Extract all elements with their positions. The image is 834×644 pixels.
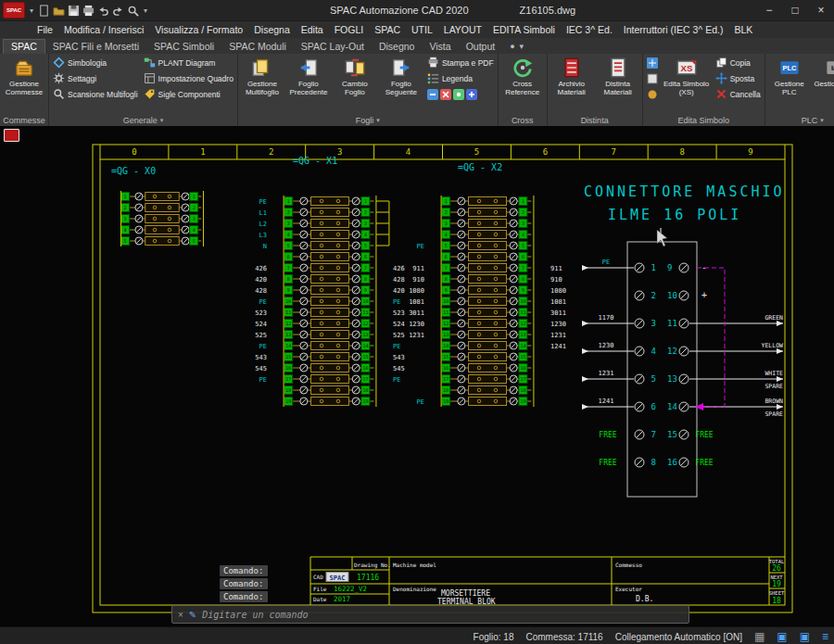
drawing-file-icon[interactable] xyxy=(4,129,19,142)
menu-file[interactable]: File xyxy=(32,24,58,35)
edita-mini-button-2[interactable] xyxy=(647,73,658,84)
settaggi-button[interactable]: Settaggi xyxy=(51,70,140,86)
close-button[interactable]: × xyxy=(808,0,834,20)
group-label-distinta[interactable]: Distinta xyxy=(550,114,640,126)
commesse-folder-icon xyxy=(14,57,34,78)
svg-text:N: N xyxy=(263,243,267,250)
mini-format-button-3[interactable] xyxy=(453,89,464,100)
cross-reference-button[interactable]: Cross Reference xyxy=(500,55,545,96)
distinta-materiali-button[interactable]: Distinta Materiali xyxy=(596,55,640,96)
scansione-multifogli-button[interactable]: Scansione Multifogli xyxy=(51,86,140,102)
svg-text:PLC: PLC xyxy=(782,64,797,72)
sigle-componenti-button[interactable]: Sigle Componenti xyxy=(142,86,235,102)
drawing-canvas[interactable]: 0123456789=QG - X01122334455=QG - X111PE… xyxy=(0,126,834,626)
stampa-pdf-button[interactable]: Stampa e PDF xyxy=(425,55,496,70)
svg-text:SPARE: SPARE xyxy=(764,410,783,418)
print-icon[interactable] xyxy=(82,5,95,17)
svg-text:18: 18 xyxy=(285,387,291,393)
pencil-icon[interactable]: ✎ xyxy=(189,610,196,620)
menu-interruttori[interactable]: Interruttori (IEC 3^ Ed.) xyxy=(618,24,729,35)
svg-text:18: 18 xyxy=(443,387,449,393)
tab-spac-simboli[interactable]: SPAC Simboli xyxy=(146,40,221,54)
group-label-generale[interactable]: Generale▾ xyxy=(51,114,235,126)
cambio-foglio-button[interactable]: Cambio Foglio xyxy=(333,55,377,96)
tab-disegno[interactable]: Disegno xyxy=(372,40,423,54)
foglio-precedente-button[interactable]: Foglio Precedente xyxy=(286,55,331,96)
new-file-icon[interactable] xyxy=(38,5,50,17)
menu-modifica-inserisci[interactable]: Modifica / Inserisci xyxy=(58,24,149,35)
gestione-bit-button[interactable]: I/O Gestione BIT xyxy=(814,55,834,88)
layout-icon-1[interactable]: ▣ xyxy=(777,630,787,643)
tab-vista[interactable]: Vista xyxy=(422,40,458,54)
svg-text:7: 7 xyxy=(522,265,524,271)
command-input[interactable]: Digitare un comando xyxy=(202,610,308,620)
ribbon-collapse-icon[interactable]: ▾ xyxy=(520,42,524,51)
svg-text:3: 3 xyxy=(287,221,290,226)
sposta-button[interactable]: Sposta xyxy=(714,70,763,86)
group-label-plc[interactable]: PLC▾ xyxy=(767,114,834,126)
status-collegamento[interactable]: Collegamento Automatico [ON] xyxy=(615,632,742,642)
open-folder-icon[interactable] xyxy=(53,5,65,17)
cad-drawing[interactable]: 0123456789=QG - X01122334455=QG - X111PE… xyxy=(0,126,834,626)
tab-spac-moduli[interactable]: SPAC Moduli xyxy=(221,40,294,54)
copia-button[interactable]: Copia xyxy=(714,55,763,70)
menu-spac[interactable]: SPAC xyxy=(369,24,406,35)
chevron-down-icon[interactable]: ▾ xyxy=(28,6,35,15)
group-label-edita-simbolo[interactable]: Edita Simbolo xyxy=(645,114,763,126)
minimize-button[interactable]: − xyxy=(756,0,782,20)
application-window: SPAC ▾ ▾ SPAC Automazione CAD 2020 Z1610… xyxy=(0,0,834,644)
simbologia-button[interactable]: Simbologia xyxy=(51,55,140,70)
edita-simbolo-xs-button[interactable]: XS Edita Simbolo (XS) xyxy=(662,55,712,96)
close-icon[interactable]: × xyxy=(178,610,183,620)
spac-logo-icon[interactable]: SPAC xyxy=(3,2,25,19)
layout-icon-2[interactable]: ▣ xyxy=(800,630,810,643)
menu-disegna[interactable]: Disegna xyxy=(248,24,296,35)
menu-layout[interactable]: LAYOUT xyxy=(438,24,487,35)
menu-blk[interactable]: BLK xyxy=(728,24,758,35)
svg-text:1080: 1080 xyxy=(550,287,566,295)
gestione-plc-button[interactable]: PLC Gestione PLC xyxy=(767,55,812,96)
undo-icon[interactable] xyxy=(97,5,109,17)
archivio-materiali-button[interactable]: Archivio Materiali xyxy=(550,55,594,96)
svg-text:523: 523 xyxy=(393,309,405,317)
group-label-commesse[interactable]: Commesse xyxy=(2,114,46,126)
zoom-icon[interactable] xyxy=(127,5,139,17)
mini-format-button-4[interactable] xyxy=(466,89,477,100)
tab-spac[interactable]: SPAC xyxy=(3,39,45,54)
command-line[interactable]: × ✎ Digitare un comando xyxy=(171,605,689,624)
tab-spac-fili-morsetti[interactable]: SPAC Fili e Morsetti xyxy=(45,40,146,54)
record-icon[interactable]: ● xyxy=(510,42,514,51)
tab-spac-layout[interactable]: SPAC Lay-Out xyxy=(294,40,372,54)
plant-diagram-button[interactable]: PLANT Diagram xyxy=(142,55,235,70)
svg-text:2: 2 xyxy=(269,147,273,157)
svg-text:545: 545 xyxy=(255,365,267,373)
grid-icon[interactable]: ▦ xyxy=(754,630,764,643)
svg-text:=QG - X0: =QG - X0 xyxy=(111,166,156,176)
menu-edita-simboli[interactable]: EDITA Simboli xyxy=(487,24,561,35)
menu-visualizza-formato[interactable]: Visualizza / Formato xyxy=(149,24,248,35)
maximize-button[interactable]: □ xyxy=(782,0,808,20)
edita-mini-button-3[interactable] xyxy=(647,89,658,100)
gestione-multifoglio-button[interactable]: Gestione Multifoglio xyxy=(240,55,284,96)
menu-util[interactable]: UTIL xyxy=(406,24,438,35)
chevron-down-icon[interactable]: ▾ xyxy=(142,6,149,15)
ribbon-group-cross: Cross Reference Cross xyxy=(499,54,548,126)
foglio-seguente-button[interactable]: Foglio Seguente xyxy=(379,55,423,96)
redo-icon[interactable] xyxy=(112,5,124,17)
mini-format-button-2[interactable] xyxy=(440,89,451,100)
tab-output[interactable]: Output xyxy=(459,40,503,54)
svg-text:9: 9 xyxy=(364,287,367,293)
save-icon[interactable] xyxy=(68,5,80,17)
menu-fogli[interactable]: FOGLI xyxy=(329,24,370,35)
mini-format-button-1[interactable] xyxy=(427,89,438,100)
edita-mini-button-1[interactable] xyxy=(647,57,658,69)
gestione-commesse-button[interactable]: Gestione Commesse xyxy=(2,55,46,96)
menu-edita[interactable]: Edita xyxy=(296,24,329,35)
group-label-fogli[interactable]: Fogli▾ xyxy=(240,114,496,126)
menu-icon[interactable]: ≡ xyxy=(822,630,828,643)
cancella-button[interactable]: Cancella xyxy=(714,86,763,102)
legenda-button[interactable]: Legenda xyxy=(425,70,496,86)
menu-iec[interactable]: IEC 3^ Ed. xyxy=(561,24,618,35)
group-label-cross[interactable]: Cross xyxy=(500,114,545,126)
impostazione-quadro-button[interactable]: Impostazione Quadro xyxy=(142,70,235,86)
